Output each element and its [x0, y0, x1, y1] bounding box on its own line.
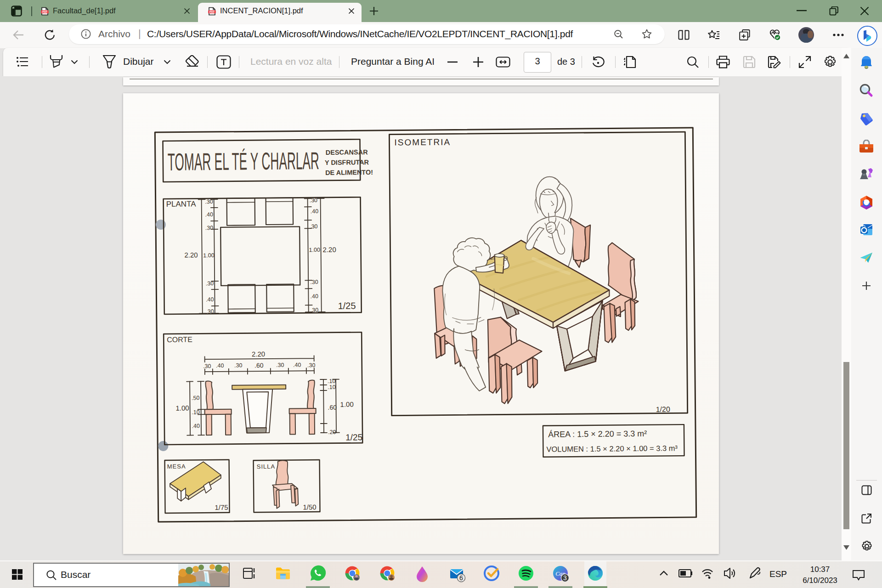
svg-text:.30: .30 — [310, 279, 318, 285]
svg-text:.30: .30 — [307, 362, 316, 368]
svg-text:PDF: PDF — [42, 11, 48, 13]
svg-text:1.00: 1.00 — [309, 247, 320, 253]
svg-text:1/25: 1/25 — [345, 432, 362, 442]
svg-text:.40: .40 — [293, 362, 301, 368]
svg-text:.40: .40 — [206, 296, 214, 303]
svg-text:PLANTA: PLANTA — [166, 199, 197, 209]
svg-text:1/25: 1/25 — [338, 300, 356, 311]
svg-text:.40: .40 — [216, 362, 224, 369]
svg-text:MESA: MESA — [167, 463, 186, 470]
svg-text:PDF: PDF — [209, 11, 215, 13]
svg-text:.30: .30 — [205, 198, 213, 205]
svg-text:Y DISFRUTAR: Y DISFRUTAR — [325, 158, 369, 166]
svg-text:.40: .40 — [310, 293, 318, 300]
svg-text:1/50: 1/50 — [303, 503, 316, 511]
svg-text:.20: .20 — [328, 429, 336, 435]
svg-text:2.20: 2.20 — [322, 246, 336, 254]
svg-text:.10: .10 — [328, 384, 336, 390]
svg-text:.40: .40 — [192, 423, 200, 429]
svg-text:.30: .30 — [205, 225, 214, 231]
svg-text:.40: .40 — [205, 211, 213, 218]
svg-text:ÁREA : 1.5 × 2.20 = 3.3 m²: ÁREA : 1.5 × 2.20 = 3.3 m² — [548, 429, 647, 439]
svg-text:.30: .30 — [276, 362, 284, 368]
svg-text:TOMAR EL TÉ Y CHARLAR: TOMAR EL TÉ Y CHARLAR — [168, 147, 320, 175]
svg-text:.10: .10 — [192, 409, 200, 415]
svg-text:.50: .50 — [192, 395, 200, 401]
svg-text:ISOMETRIA: ISOMETRIA — [394, 137, 451, 147]
svg-text:.30: .30 — [310, 197, 318, 204]
svg-text:.30: .30 — [311, 307, 319, 313]
svg-text:.30: .30 — [310, 223, 318, 230]
svg-text:1.00: 1.00 — [175, 404, 189, 412]
svg-text:.40: .40 — [311, 208, 319, 215]
svg-text:1.00: 1.00 — [340, 400, 353, 408]
svg-text:DESCANSAR: DESCANSAR — [326, 148, 368, 156]
svg-text:.30: .30 — [203, 363, 211, 369]
svg-text:.30: .30 — [206, 280, 214, 287]
svg-text:.10: .10 — [328, 378, 336, 384]
svg-text:SILLA: SILLA — [257, 463, 276, 470]
svg-text:CORTE: CORTE — [167, 335, 192, 343]
svg-text:2.20: 2.20 — [184, 251, 198, 259]
svg-text:VOLUMEN : 1.5 × 2.20 × 1.00 =: VOLUMEN : 1.5 × 2.20 × 1.00 = 3.3 m³ — [546, 444, 678, 453]
svg-text:.60: .60 — [328, 404, 337, 411]
svg-text:1/75: 1/75 — [215, 503, 228, 511]
svg-text:DE ALIMENTO!: DE ALIMENTO! — [325, 169, 373, 176]
svg-text:.60: .60 — [254, 362, 264, 369]
svg-text:6: 6 — [459, 574, 463, 582]
svg-text:1/20: 1/20 — [656, 405, 670, 413]
svg-text:.30: .30 — [234, 362, 243, 368]
svg-text:1.00: 1.00 — [203, 252, 214, 259]
svg-text:3: 3 — [563, 574, 567, 582]
svg-text:2.20: 2.20 — [252, 350, 265, 358]
svg-text:.30: .30 — [206, 308, 214, 315]
